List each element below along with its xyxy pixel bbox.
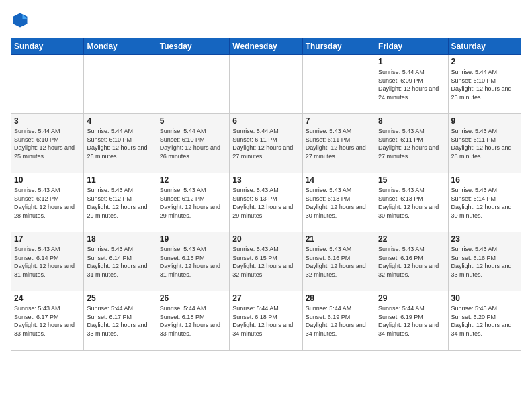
day-info: Sunrise: 5:44 AM Sunset: 6:10 PM Dayligh… bbox=[160, 127, 226, 161]
calendar-cell: 22Sunrise: 5:43 AM Sunset: 6:16 PM Dayli… bbox=[375, 232, 448, 291]
day-info: Sunrise: 5:43 AM Sunset: 6:17 PM Dayligh… bbox=[14, 304, 81, 338]
calendar-cell: 28Sunrise: 5:44 AM Sunset: 6:19 PM Dayli… bbox=[302, 291, 375, 351]
calendar-week-3: 10Sunrise: 5:43 AM Sunset: 6:12 PM Dayli… bbox=[11, 173, 521, 232]
day-number: 21 bbox=[306, 234, 372, 244]
day-number: 27 bbox=[232, 293, 299, 303]
calendar-table: SundayMondayTuesdayWednesdayThursdayFrid… bbox=[11, 38, 521, 351]
day-info: Sunrise: 5:43 AM Sunset: 6:12 PM Dayligh… bbox=[160, 186, 226, 220]
day-number: 19 bbox=[160, 234, 226, 244]
calendar-cell: 25Sunrise: 5:44 AM Sunset: 6:17 PM Dayli… bbox=[84, 291, 157, 351]
day-info: Sunrise: 5:44 AM Sunset: 6:10 PM Dayligh… bbox=[87, 127, 153, 161]
calendar-cell: 9Sunrise: 5:43 AM Sunset: 6:11 PM Daylig… bbox=[448, 114, 521, 173]
day-info: Sunrise: 5:44 AM Sunset: 6:10 PM Dayligh… bbox=[14, 127, 81, 161]
calendar-cell: 14Sunrise: 5:43 AM Sunset: 6:13 PM Dayli… bbox=[302, 173, 375, 232]
calendar-week-1: 1Sunrise: 5:44 AM Sunset: 6:09 PM Daylig… bbox=[11, 55, 521, 114]
calendar-cell: 8Sunrise: 5:43 AM Sunset: 6:11 PM Daylig… bbox=[375, 114, 448, 173]
calendar-cell: 10Sunrise: 5:43 AM Sunset: 6:12 PM Dayli… bbox=[11, 173, 84, 232]
day-header-thursday: Thursday bbox=[302, 38, 375, 55]
day-info: Sunrise: 5:43 AM Sunset: 6:14 PM Dayligh… bbox=[451, 186, 518, 220]
svg-marker-0 bbox=[13, 13, 28, 28]
day-number: 25 bbox=[87, 293, 153, 303]
calendar-cell: 11Sunrise: 5:43 AM Sunset: 6:12 PM Dayli… bbox=[84, 173, 157, 232]
day-number: 11 bbox=[87, 175, 153, 185]
day-info: Sunrise: 5:43 AM Sunset: 6:13 PM Dayligh… bbox=[378, 186, 445, 220]
calendar-cell: 21Sunrise: 5:43 AM Sunset: 6:16 PM Dayli… bbox=[302, 232, 375, 291]
calendar-cell: 26Sunrise: 5:44 AM Sunset: 6:18 PM Dayli… bbox=[157, 291, 229, 351]
day-number: 5 bbox=[160, 116, 226, 126]
day-header-friday: Friday bbox=[375, 38, 448, 55]
calendar-cell: 1Sunrise: 5:44 AM Sunset: 6:09 PM Daylig… bbox=[375, 55, 448, 114]
day-number: 18 bbox=[87, 234, 153, 244]
day-info: Sunrise: 5:44 AM Sunset: 6:19 PM Dayligh… bbox=[306, 304, 372, 338]
day-info: Sunrise: 5:44 AM Sunset: 6:19 PM Dayligh… bbox=[378, 304, 445, 338]
calendar-cell: 17Sunrise: 5:43 AM Sunset: 6:14 PM Dayli… bbox=[11, 232, 84, 291]
calendar-cell: 18Sunrise: 5:43 AM Sunset: 6:14 PM Dayli… bbox=[84, 232, 157, 291]
day-number: 4 bbox=[87, 116, 153, 126]
day-number: 3 bbox=[14, 116, 81, 126]
day-info: Sunrise: 5:43 AM Sunset: 6:16 PM Dayligh… bbox=[306, 245, 372, 279]
day-info: Sunrise: 5:44 AM Sunset: 6:09 PM Dayligh… bbox=[378, 68, 445, 101]
calendar-week-5: 24Sunrise: 5:43 AM Sunset: 6:17 PM Dayli… bbox=[11, 291, 521, 351]
calendar-week-2: 3Sunrise: 5:44 AM Sunset: 6:10 PM Daylig… bbox=[11, 114, 521, 173]
day-number: 2 bbox=[451, 57, 518, 66]
day-number: 6 bbox=[232, 116, 299, 126]
day-info: Sunrise: 5:43 AM Sunset: 6:11 PM Dayligh… bbox=[378, 127, 445, 161]
day-number: 12 bbox=[160, 175, 226, 185]
day-info: Sunrise: 5:44 AM Sunset: 6:18 PM Dayligh… bbox=[232, 304, 299, 338]
day-number: 29 bbox=[378, 293, 445, 303]
calendar-cell: 13Sunrise: 5:43 AM Sunset: 6:13 PM Dayli… bbox=[230, 173, 302, 232]
day-info: Sunrise: 5:43 AM Sunset: 6:12 PM Dayligh… bbox=[87, 186, 153, 220]
day-number: 7 bbox=[306, 116, 372, 126]
calendar-cell: 3Sunrise: 5:44 AM Sunset: 6:10 PM Daylig… bbox=[11, 114, 84, 173]
day-number: 22 bbox=[378, 234, 445, 244]
day-info: Sunrise: 5:43 AM Sunset: 6:15 PM Dayligh… bbox=[160, 245, 226, 279]
day-number: 23 bbox=[451, 234, 518, 244]
calendar-cell: 15Sunrise: 5:43 AM Sunset: 6:13 PM Dayli… bbox=[375, 173, 448, 232]
day-number: 8 bbox=[378, 116, 445, 126]
day-info: Sunrise: 5:43 AM Sunset: 6:14 PM Dayligh… bbox=[87, 245, 153, 279]
calendar-cell: 4Sunrise: 5:44 AM Sunset: 6:10 PM Daylig… bbox=[84, 114, 157, 173]
day-number: 17 bbox=[14, 234, 81, 244]
day-info: Sunrise: 5:43 AM Sunset: 6:15 PM Dayligh… bbox=[232, 245, 299, 279]
day-info: Sunrise: 5:44 AM Sunset: 6:18 PM Dayligh… bbox=[160, 304, 226, 338]
calendar-body: 1Sunrise: 5:44 AM Sunset: 6:09 PM Daylig… bbox=[11, 55, 521, 351]
calendar-cell: 6Sunrise: 5:44 AM Sunset: 6:11 PM Daylig… bbox=[230, 114, 302, 173]
calendar-cell: 16Sunrise: 5:43 AM Sunset: 6:14 PM Dayli… bbox=[448, 173, 521, 232]
calendar-cell bbox=[302, 55, 375, 114]
calendar-cell: 29Sunrise: 5:44 AM Sunset: 6:19 PM Dayli… bbox=[375, 291, 448, 351]
calendar-header-row: SundayMondayTuesdayWednesdayThursdayFrid… bbox=[11, 38, 521, 55]
calendar-cell: 5Sunrise: 5:44 AM Sunset: 6:10 PM Daylig… bbox=[157, 114, 229, 173]
day-info: Sunrise: 5:43 AM Sunset: 6:14 PM Dayligh… bbox=[14, 245, 81, 279]
day-info: Sunrise: 5:45 AM Sunset: 6:20 PM Dayligh… bbox=[451, 304, 518, 338]
calendar-week-4: 17Sunrise: 5:43 AM Sunset: 6:14 PM Dayli… bbox=[11, 232, 521, 291]
calendar-cell bbox=[230, 55, 302, 114]
day-info: Sunrise: 5:43 AM Sunset: 6:13 PM Dayligh… bbox=[306, 186, 372, 220]
day-info: Sunrise: 5:43 AM Sunset: 6:12 PM Dayligh… bbox=[14, 186, 81, 220]
calendar-cell: 27Sunrise: 5:44 AM Sunset: 6:18 PM Dayli… bbox=[230, 291, 302, 351]
day-number: 30 bbox=[451, 293, 518, 303]
day-header-monday: Monday bbox=[84, 38, 157, 55]
calendar-cell: 19Sunrise: 5:43 AM Sunset: 6:15 PM Dayli… bbox=[157, 232, 229, 291]
day-number: 24 bbox=[14, 293, 81, 303]
day-info: Sunrise: 5:44 AM Sunset: 6:10 PM Dayligh… bbox=[451, 68, 518, 101]
calendar-cell: 2Sunrise: 5:44 AM Sunset: 6:10 PM Daylig… bbox=[448, 55, 521, 114]
day-info: Sunrise: 5:43 AM Sunset: 6:11 PM Dayligh… bbox=[451, 127, 518, 161]
day-header-sunday: Sunday bbox=[11, 38, 84, 55]
day-header-wednesday: Wednesday bbox=[230, 38, 302, 55]
logo bbox=[11, 11, 32, 30]
day-number: 26 bbox=[160, 293, 226, 303]
day-info: Sunrise: 5:43 AM Sunset: 6:16 PM Dayligh… bbox=[378, 245, 445, 279]
day-info: Sunrise: 5:43 AM Sunset: 6:11 PM Dayligh… bbox=[306, 127, 372, 161]
day-number: 14 bbox=[306, 175, 372, 185]
day-header-saturday: Saturday bbox=[448, 38, 521, 55]
day-number: 9 bbox=[451, 116, 518, 126]
day-number: 10 bbox=[14, 175, 81, 185]
day-header-tuesday: Tuesday bbox=[157, 38, 229, 55]
calendar-cell bbox=[157, 55, 229, 114]
calendar-cell: 30Sunrise: 5:45 AM Sunset: 6:20 PM Dayli… bbox=[448, 291, 521, 351]
day-info: Sunrise: 5:44 AM Sunset: 6:11 PM Dayligh… bbox=[232, 127, 299, 161]
day-number: 1 bbox=[378, 57, 445, 66]
day-info: Sunrise: 5:43 AM Sunset: 6:13 PM Dayligh… bbox=[232, 186, 299, 220]
page-header bbox=[11, 11, 521, 30]
day-number: 13 bbox=[232, 175, 299, 185]
